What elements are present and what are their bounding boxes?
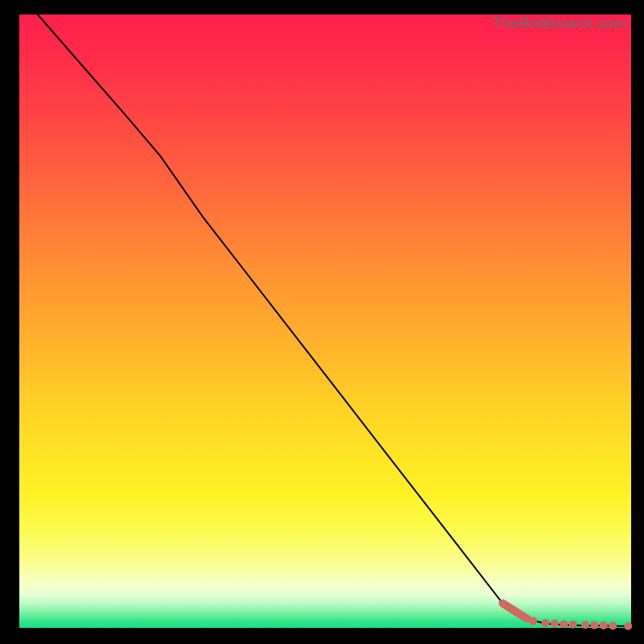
highlight-dot <box>559 620 568 628</box>
highlight-dot <box>542 619 550 627</box>
chart-stage: TheBottleneck.com <box>0 0 644 644</box>
highlight-dot <box>581 621 589 629</box>
highlight-dot <box>609 621 617 630</box>
highlight-dot <box>529 617 537 625</box>
highlight-dot <box>600 621 608 630</box>
highlight-dot <box>590 621 598 630</box>
chart-overlay <box>19 14 631 628</box>
highlight-dot <box>569 621 577 629</box>
highlight-dots <box>529 617 632 630</box>
plot-area: TheBottleneck.com <box>19 14 631 628</box>
highlight-segment <box>502 604 526 619</box>
highlight-dot <box>624 622 632 630</box>
main-curve <box>38 14 631 626</box>
highlight-dot <box>551 620 559 628</box>
